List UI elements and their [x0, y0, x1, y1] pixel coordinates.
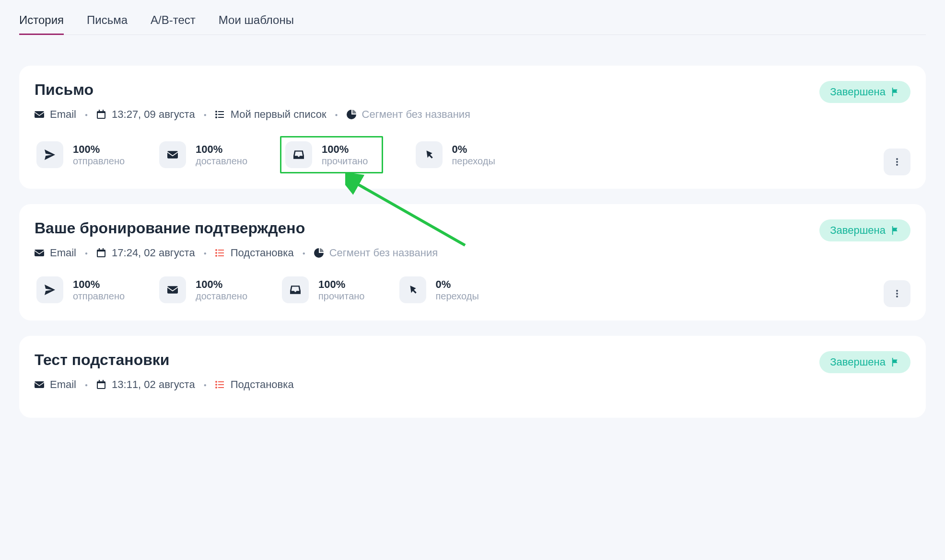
stat-read-icon	[285, 141, 312, 168]
stat-sent-icon	[36, 141, 63, 168]
stat-read: 100% прочитано	[280, 274, 366, 305]
separator-dot: ●	[82, 382, 91, 388]
timestamp: 13:27, 09 августа	[112, 108, 195, 121]
stat-clicks-icon	[416, 141, 443, 168]
status-badge: Завершена	[819, 219, 910, 241]
stat-sent: 100% отправлено	[35, 139, 127, 170]
calendar-icon	[96, 248, 106, 258]
tab-letters[interactable]: Письма	[87, 10, 128, 34]
separator-dot: ●	[300, 251, 308, 256]
campaign-meta: Email ● 17:24, 02 августа ● Подстановка …	[35, 247, 438, 259]
status-badge: Завершена	[819, 81, 910, 103]
separator-dot: ●	[201, 112, 210, 117]
stat-delivered-label: доставлено	[196, 156, 247, 167]
stat-clicks: 0% переходы	[414, 139, 497, 170]
status-label: Завершена	[830, 86, 886, 98]
campaign-card[interactable]: Ваше бронирование подтверждено Email ● 1…	[19, 204, 926, 320]
stat-delivered: 100% доставлено	[157, 274, 249, 305]
stat-sent-value: 100%	[73, 278, 125, 291]
stat-read-value: 100%	[322, 143, 368, 156]
stat-clicks-value: 0%	[452, 143, 495, 156]
stat-read-label: прочитано	[318, 291, 364, 302]
stat-clicks-label: переходы	[436, 291, 479, 302]
flag-icon	[891, 88, 900, 96]
pie-chart-icon	[314, 248, 324, 258]
separator-dot: ●	[82, 251, 91, 256]
list-icon	[215, 110, 225, 119]
list-name: Подстановка	[231, 247, 294, 259]
separator-dot: ●	[332, 112, 341, 117]
stat-clicks-label: переходы	[452, 156, 495, 167]
envelope-icon	[35, 380, 44, 389]
stat-delivered-value: 100%	[196, 143, 247, 156]
list-icon	[215, 380, 225, 389]
calendar-icon	[96, 110, 106, 119]
campaign-meta: Email ● 13:11, 02 августа ● Подстановка	[35, 378, 294, 391]
stat-read-value: 100%	[318, 278, 364, 291]
campaign-card[interactable]: Письмо Email ● 13:27, 09 августа ● Мой п…	[19, 66, 926, 189]
campaign-meta: Email ● 13:27, 09 августа ● Мой первый с…	[35, 108, 470, 121]
list-icon	[215, 248, 225, 258]
channel-label: Email	[50, 247, 76, 259]
channel-label: Email	[50, 378, 76, 391]
tabs-nav: История Письма A/B-тест Мои шаблоны	[19, 10, 926, 35]
envelope-icon	[35, 248, 44, 258]
campaign-title: Ваше бронирование подтверждено	[35, 219, 438, 237]
more-button[interactable]	[884, 149, 910, 175]
separator-dot: ●	[201, 251, 210, 256]
stat-clicks: 0% переходы	[397, 274, 481, 305]
campaign-list: Письмо Email ● 13:27, 09 августа ● Мой п…	[19, 66, 926, 418]
segment-name: Сегмент без названия	[362, 108, 470, 121]
stat-sent: 100% отправлено	[35, 274, 127, 305]
stat-sent-label: отправлено	[73, 291, 125, 302]
flag-icon	[891, 358, 900, 366]
timestamp: 13:11, 02 августа	[112, 378, 195, 391]
separator-dot: ●	[201, 382, 210, 388]
stat-sent-value: 100%	[73, 143, 125, 156]
stats-row: 100% отправлено 100% доставлено 100% про…	[35, 274, 910, 305]
status-badge: Завершена	[819, 351, 910, 373]
stat-delivered-icon	[159, 276, 186, 303]
stat-sent-icon	[36, 276, 63, 303]
separator-dot: ●	[82, 112, 91, 117]
campaign-title: Тест подстановки	[35, 351, 294, 369]
status-label: Завершена	[830, 224, 886, 237]
stat-sent-label: отправлено	[73, 156, 125, 167]
stat-clicks-icon	[399, 276, 426, 303]
flag-icon	[891, 226, 900, 235]
tab-templates[interactable]: Мои шаблоны	[219, 10, 294, 34]
list-name: Мой первый список	[231, 108, 327, 121]
stat-delivered-label: доставлено	[196, 291, 247, 302]
stat-read: 100% прочитано	[280, 136, 383, 173]
stat-delivered-value: 100%	[196, 278, 247, 291]
stat-read-icon	[282, 276, 309, 303]
campaign-card[interactable]: Тест подстановки Email ● 13:11, 02 авгус…	[19, 336, 926, 418]
segment-name: Сегмент без названия	[329, 247, 438, 259]
stat-delivered: 100% доставлено	[157, 139, 249, 170]
stats-row: 100% отправлено 100% доставлено 100% про…	[35, 136, 910, 173]
stat-read-label: прочитано	[322, 156, 368, 167]
more-button[interactable]	[884, 280, 910, 307]
calendar-icon	[96, 380, 106, 389]
tab-abtest[interactable]: A/B-тест	[151, 10, 196, 34]
status-label: Завершена	[830, 356, 886, 368]
stat-delivered-icon	[159, 141, 186, 168]
envelope-icon	[35, 110, 44, 119]
timestamp: 17:24, 02 августа	[112, 247, 195, 259]
pie-chart-icon	[347, 110, 356, 119]
campaign-title: Письмо	[35, 81, 470, 99]
tab-history[interactable]: История	[19, 10, 64, 34]
list-name: Подстановка	[231, 378, 294, 391]
channel-label: Email	[50, 108, 76, 121]
stat-clicks-value: 0%	[436, 278, 479, 291]
